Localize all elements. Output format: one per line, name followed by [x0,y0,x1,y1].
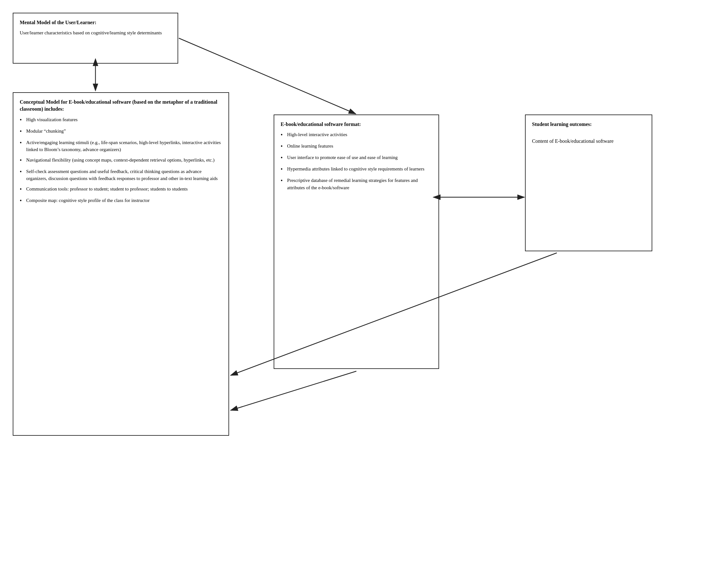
mental-model-title: Mental Model of the User/Learner: [20,19,171,26]
ebook-conceptual-arrow [231,371,356,410]
conceptual-model-box: Conceptual Model for E-book/educational … [13,92,229,436]
list-item: High-level interactive activities [281,131,432,139]
ebook-format-box: E-book/educational software format: High… [274,115,439,369]
diagram-container: Mental Model of the User/Learner: User/l… [0,0,728,569]
student-learning-title: Student learning outcomes: [532,121,645,128]
ebook-format-list: High-level interactive activities Online… [281,131,432,191]
conceptual-model-list: High visualization features Modular “chu… [20,116,222,205]
list-item: Prescriptive database of remedial learni… [281,177,432,191]
list-item: High visualization features [20,116,222,124]
ebook-format-title: E-book/educational software format: [281,121,432,128]
list-item: User interface to promote ease of use an… [281,154,432,162]
student-learning-body: Content of E-book/educational software [532,137,645,145]
list-item: Composite map: cognitive style profile o… [20,197,222,205]
list-item: Active/engaging learning stimuli (e.g., … [20,139,222,153]
list-item: Hypermedia attributes linked to cognitiv… [281,165,432,174]
conceptual-model-title: Conceptual Model for E-book/educational … [20,99,222,113]
student-learning-box: Student learning outcomes: Content of E-… [525,115,652,251]
list-item: Navigational flexibility (using concept … [20,157,222,165]
mental-model-body: User/learner characteristics based on co… [20,29,171,37]
list-item: Self-check assessment questions and usef… [20,168,222,182]
mental-model-box: Mental Model of the User/Learner: User/l… [13,13,178,64]
list-item: Modular “chunking” [20,128,222,136]
list-item: Online learning features [281,143,432,151]
list-item: Communication tools: professor to studen… [20,186,222,194]
